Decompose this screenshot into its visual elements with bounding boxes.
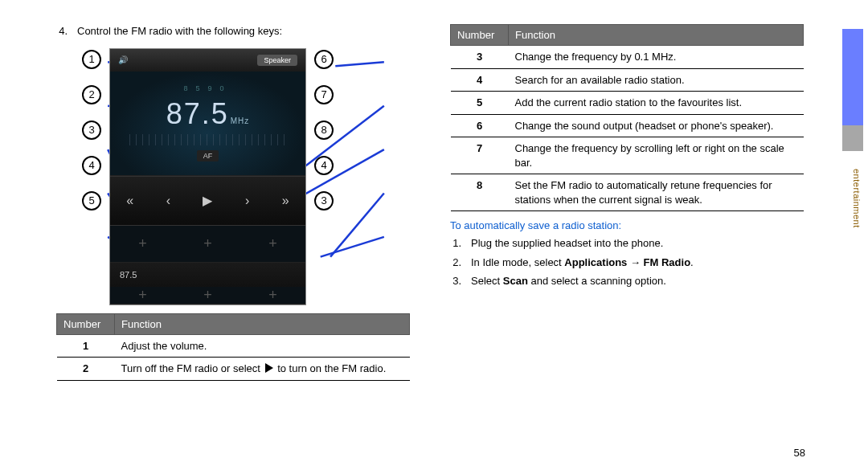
svg-line-5 — [335, 62, 384, 66]
table-row: 6Change the sound output (headset or pho… — [451, 114, 804, 137]
step-number: 4. — [56, 24, 68, 39]
table-row: 1 Adjust the volume. — [57, 334, 410, 358]
svg-line-8 — [330, 193, 384, 256]
af-badge: AF — [197, 150, 219, 161]
callout-1: 1 — [82, 50, 101, 69]
play-icon: ▶ — [203, 193, 212, 208]
left-column: 4. Control the FM radio with the followi… — [56, 24, 410, 381]
radio-topbar: 🔊 Speaker — [110, 49, 305, 72]
step-prev-icon: ‹ — [166, 194, 170, 208]
radio-controls: « ‹ ▶ › » — [110, 176, 305, 226]
callout-2: 2 — [82, 85, 101, 104]
play-icon-inline — [265, 363, 273, 373]
callout-3: 3 — [82, 121, 101, 140]
scale-numbers: 8590 — [183, 84, 231, 92]
seek-prev-icon: « — [126, 194, 133, 208]
table-row: 7Change the frequency by scrolling left … — [451, 137, 804, 174]
right-column: Number Function 3Change the frequency by… — [450, 24, 804, 381]
favourites-row-1: +++ — [110, 226, 305, 263]
subheading: To automatically save a radio station: — [450, 219, 804, 231]
scale-ticks — [129, 134, 285, 145]
th-function: Function — [115, 313, 410, 334]
table-row: 4Search for an available radio station. — [451, 68, 804, 92]
fm-radio-screenshot: 🔊 Speaker 8590 87.5MHz AF « ‹ ▶ — [109, 48, 306, 305]
seek-next-icon: » — [282, 194, 289, 208]
step-next-icon: › — [245, 194, 249, 208]
table-row: 8Set the FM radio to automatically retun… — [451, 174, 804, 211]
function-table-left: Number Function 1 Adjust the volume. 2 T… — [56, 313, 410, 381]
radio-dial: 8590 87.5MHz AF — [110, 72, 305, 176]
figure-wrap: 1 2 3 4 5 🔊 Speaker 8590 87.5MHz — [82, 48, 410, 305]
callouts-right: 6 7 8 4 3 — [314, 48, 334, 210]
th-function: Function — [509, 25, 804, 46]
callout-6: 6 — [314, 50, 334, 69]
volume-icon: 🔊 — [118, 55, 128, 64]
frequency-display: 87.5MHz — [166, 97, 250, 131]
step-text: Control the FM radio with the following … — [77, 24, 410, 39]
favourites-row-2: +++ — [110, 287, 305, 304]
preset-row: 87.5 — [110, 263, 305, 287]
th-number: Number — [451, 25, 509, 46]
callouts-left: 1 2 3 4 5 — [82, 48, 101, 210]
table-row: 2 Turn off the FM radio or select to tur… — [57, 358, 410, 381]
thumb-tab-grey — [842, 125, 863, 151]
speaker-button: Speaker — [257, 55, 297, 66]
page-number: 58 — [794, 447, 805, 459]
auto-step-3: 3. Select Scan and select a scanning opt… — [450, 274, 804, 288]
svg-line-9 — [321, 236, 384, 256]
auto-step-1: 1. Plug the supplied headset into the ph… — [450, 236, 804, 251]
th-number: Number — [57, 313, 115, 334]
callout-8: 8 — [314, 121, 334, 140]
section-label: entertainment — [852, 169, 862, 228]
callout-4: 4 — [82, 156, 101, 175]
function-table-right: Number Function 3Change the frequency by… — [450, 24, 804, 211]
auto-step-2: 2. In Idle mode, select Applications → F… — [450, 255, 804, 270]
callout-3b: 3 — [314, 191, 334, 210]
step-4: 4. Control the FM radio with the followi… — [56, 24, 410, 39]
callout-4b: 4 — [314, 156, 334, 175]
table-row: 3Change the frequency by 0.1 MHz. — [451, 46, 804, 69]
table-row: 5Add the current radio station to the fa… — [451, 92, 804, 115]
thumb-tab-blue — [842, 29, 863, 125]
callout-5: 5 — [82, 191, 101, 210]
callout-7: 7 — [314, 85, 334, 104]
